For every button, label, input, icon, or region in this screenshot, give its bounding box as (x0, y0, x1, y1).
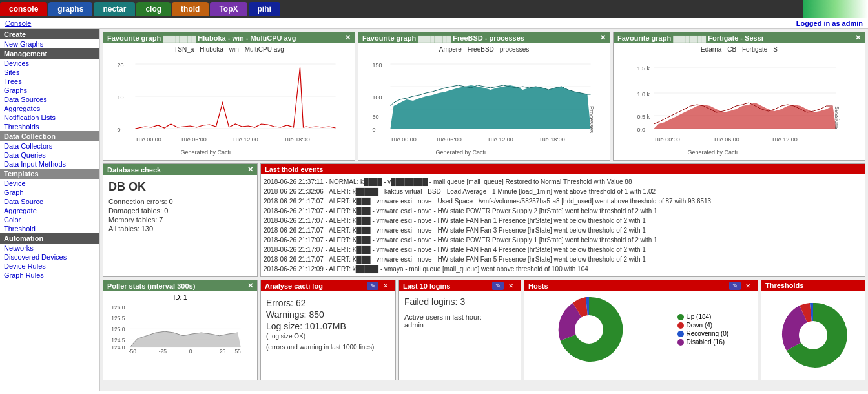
svg-text:125.0: 125.0 (111, 326, 125, 333)
top-navigation: console graphs nectar clog thold TopX pi… (0, 0, 868, 18)
poller-body: ID: 1 126.0 125.5 125.0 124.5 124.0 (103, 291, 257, 358)
sidebar-item-data-collectors[interactable]: Data Collectors (0, 141, 99, 150)
svg-text:55: 55 (234, 348, 241, 354)
thold-event-item: 2018-06-26 21:17:07 - ALERT: K███ - vmwa… (264, 216, 862, 225)
db-check-close-btn[interactable]: ✕ (247, 165, 253, 174)
tab-console[interactable]: console (0, 2, 47, 16)
sidebar-item-aggregate-template[interactable]: Aggregate (0, 206, 99, 215)
hosts-legend-recovering: Recovering (0) (677, 330, 729, 337)
sidebar-item-datasource-template[interactable]: Data Source (0, 197, 99, 206)
svg-text:0: 0 (189, 348, 192, 354)
hosts-body: Up (184) Down (4) Recovering (0) Di (524, 291, 758, 368)
graph3-close-btn[interactable]: ✕ (855, 34, 861, 42)
sidebar-management-header: Management (0, 48, 99, 59)
log-size: Log size: 101.07MB (266, 321, 390, 331)
poller-panel: Poller stats (interval 300s) ✕ ID: 1 126… (103, 280, 258, 380)
log-panel: Analyse cacti log ✎ ✕ Errors: 62 Warning… (260, 280, 396, 380)
svg-marker-51 (130, 331, 241, 347)
tab-graphs[interactable]: graphs (48, 2, 92, 16)
log-close-btn[interactable]: ✕ (380, 282, 391, 290)
log-title: Analyse cacti log (265, 282, 323, 290)
thold-event-item: 2018-06-26 21:17:07 - ALERT: K███ - vmwa… (264, 225, 862, 235)
hosts-close-btn[interactable]: ✕ (742, 282, 754, 290)
svg-text:Tue 18:00: Tue 18:00 (284, 136, 310, 143)
thold-event-item: 2018-06-26 21:17:07 - ALERT: K███ - vmwa… (264, 254, 862, 264)
svg-text:Tue 12:00: Tue 12:00 (232, 136, 258, 143)
graph3-chart-title: Edarna - CB - Fortigate - S (616, 46, 862, 53)
sidebar-item-networks[interactable]: Networks (0, 244, 99, 253)
poller-close-btn[interactable]: ✕ (247, 282, 253, 290)
tab-pihi[interactable]: pihi (249, 2, 280, 16)
sidebar-item-thresholds[interactable]: Thresholds (0, 122, 99, 131)
sidebar-item-device-template[interactable]: Device (0, 179, 99, 188)
svg-text:25: 25 (220, 348, 226, 354)
sidebar-item-device-rules[interactable]: Device Rules (0, 262, 99, 271)
hosts-pie-chart (553, 294, 625, 365)
logins-close-btn[interactable]: ✕ (505, 282, 517, 290)
sidebar-item-aggregates[interactable]: Aggregates (0, 104, 99, 113)
sidebar-item-threshold-template[interactable]: Threshold (0, 224, 99, 233)
svg-text:Tue 12:00: Tue 12:00 (772, 136, 798, 143)
graph3-body: Edarna - CB - Fortigate - S 1.5 k 1.0 k … (614, 43, 865, 160)
svg-text:0.5 k: 0.5 k (637, 114, 650, 120)
log-controls: ✎ ✕ (367, 282, 391, 290)
sidebar-item-graph-template[interactable]: Graph (0, 188, 99, 197)
graph1-title: Favourite graph ████████ Hluboka - win -… (107, 34, 296, 42)
tab-clog[interactable]: clog (136, 2, 170, 16)
graph-panel-2: Favourite graph ████████ FreeBSD - proce… (358, 32, 610, 161)
logins-active-user: admin (404, 321, 515, 329)
tab-thold[interactable]: thold (172, 2, 209, 16)
svg-text:Tue 00:00: Tue 00:00 (654, 136, 680, 143)
hosts-edit-btn[interactable]: ✎ (729, 282, 741, 290)
svg-text:1.5 k: 1.5 k (637, 65, 650, 72)
hosts-title: Hosts (528, 282, 548, 290)
db-damaged-tables: Damaged tables: 0 (108, 207, 252, 214)
graph-panel-1: Favourite graph ████████ Hluboka - win -… (103, 32, 355, 161)
sidebar-item-discovered-devices[interactable]: Discovered Devices (0, 253, 99, 262)
graph2-chart-title: Ampere - FreeBSD - processes (361, 46, 607, 53)
svg-text:Tue 06:00: Tue 06:00 (714, 136, 739, 143)
graph1-close-btn[interactable]: ✕ (345, 34, 351, 42)
sidebar-item-data-queries[interactable]: Data Queries (0, 150, 99, 160)
sidebar-item-new-graphs[interactable]: New Graphs (0, 39, 99, 48)
sidebar-item-data-sources[interactable]: Data Sources (0, 95, 99, 104)
tab-nectar[interactable]: nectar (94, 2, 135, 16)
log-edit-btn[interactable]: ✎ (367, 282, 378, 290)
svg-text:100: 100 (373, 94, 382, 101)
sidebar-item-sites[interactable]: Sites (0, 68, 99, 77)
svg-text:124.5: 124.5 (111, 337, 125, 344)
sidebar-item-data-input-methods[interactable]: Data Input Methods (0, 160, 99, 169)
sidebar-item-devices[interactable]: Devices (0, 59, 99, 68)
main-layout: Create New Graphs Management Devices Sit… (0, 29, 868, 391)
console-bar: Console Logged in as admin (0, 18, 868, 29)
tab-topx[interactable]: TopX (210, 2, 247, 16)
sidebar-item-graphs[interactable]: Graphs (0, 86, 99, 95)
graph2-header: Favourite graph ████████ FreeBSD - proce… (358, 32, 610, 43)
thold-event-item: 2018-06-26 21:17:07 - ALERT: K███ - vmwa… (264, 245, 862, 254)
svg-text:0: 0 (118, 127, 121, 133)
sidebar-item-trees[interactable]: Trees (0, 77, 99, 86)
logins-edit-btn[interactable]: ✎ (492, 282, 504, 290)
graph3-header: Favourite graph ████████ Fortigate - Ses… (614, 32, 865, 43)
svg-text:Generated by Cacti: Generated by Cacti (688, 149, 738, 156)
svg-text:Tue 00:00: Tue 00:00 (391, 136, 417, 143)
console-link[interactable]: Console (5, 19, 31, 27)
svg-text:150: 150 (373, 62, 382, 68)
logins-controls: ✎ ✕ (492, 282, 517, 290)
svg-text:Tue 18:00: Tue 18:00 (539, 136, 565, 143)
graphs-row: Favourite graph ████████ Hluboka - win -… (103, 32, 865, 161)
logo (803, 0, 868, 18)
sidebar-datacollection-header: Data Collection (0, 131, 99, 141)
sidebar-item-graph-rules[interactable]: Graph Rules (0, 271, 99, 280)
db-check-body: DB OK Connection errors: 0 Damaged table… (103, 175, 257, 239)
svg-text:Generated by Cacti: Generated by Cacti (181, 149, 231, 156)
sidebar-item-color-template[interactable]: Color (0, 215, 99, 224)
graph2-close-btn[interactable]: ✕ (600, 34, 606, 42)
sidebar-item-notification-lists[interactable]: Notification Lists (0, 113, 99, 122)
hosts-legend-dot-down (677, 322, 684, 329)
svg-text:Tue 06:00: Tue 06:00 (436, 136, 462, 143)
svg-text:Generated by Cacti: Generated by Cacti (436, 149, 486, 156)
poller-header: Poller stats (interval 300s) ✕ (103, 280, 257, 291)
svg-text:-50: -50 (129, 348, 137, 354)
graph1-body: TSN_a - Hluboka - win - MultiCPU avg 20 … (103, 43, 355, 160)
